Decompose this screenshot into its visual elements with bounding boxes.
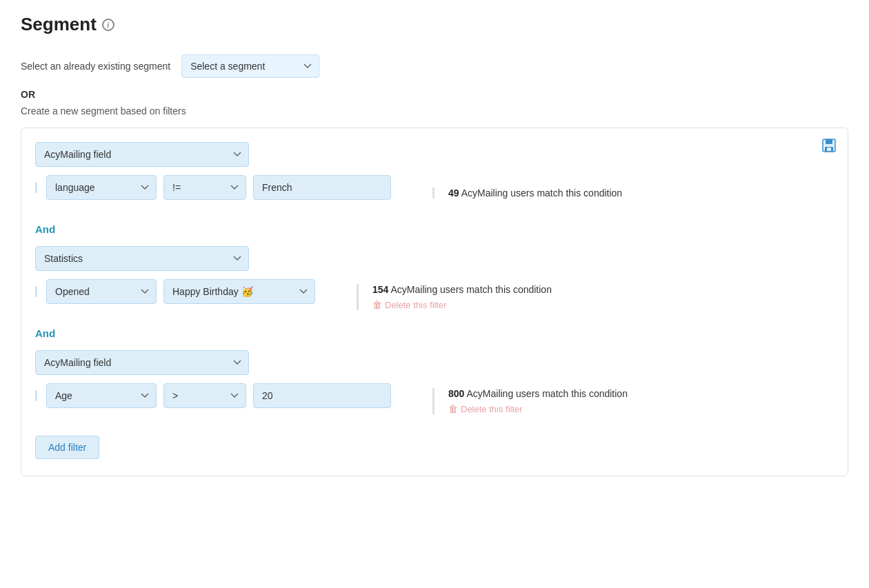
page-container: Segment i Select an already existing seg… (0, 0, 869, 588)
filter-block-3: AcyMailing field Age > (35, 350, 834, 419)
filter1-match-section: 49 AcyMailing users match this condition (432, 187, 834, 199)
page-title-row: Segment i (21, 14, 848, 35)
filter2-delete-button[interactable]: 🗑 Delete this filter (372, 299, 834, 310)
filter-block-2: Statistics Opened Happy Birthday 🥳 (35, 246, 834, 315)
trash-icon-2: 🗑 (372, 299, 382, 310)
filter3-value-input[interactable] (253, 383, 391, 408)
filter-type-wrap-2: Statistics (35, 246, 834, 271)
create-new-label: Create a new segment based on filters (21, 105, 848, 116)
and-divider-1[interactable]: And (35, 223, 834, 235)
filter-type-select-3[interactable]: AcyMailing field (35, 350, 249, 375)
or-label: OR (21, 89, 848, 100)
filter1-row: language != 49 AcyMailing users match th… (35, 175, 834, 211)
filter-block-1: AcyMailing field language != (35, 142, 834, 211)
filter3-match-section: 800 AcyMailing users match this conditio… (432, 388, 834, 414)
filter-type-select-1[interactable]: AcyMailing field (35, 142, 249, 167)
filter-type-select-2[interactable]: Statistics (35, 246, 249, 271)
filters-container: AcyMailing field language != (21, 128, 848, 476)
filter2-field-select[interactable]: Opened (46, 279, 157, 304)
svg-rect-1 (826, 139, 832, 144)
filter3-operator-select[interactable]: > (163, 383, 246, 408)
filter2-delete-label: Delete this filter (385, 300, 447, 310)
filter1-match-text: AcyMailing users match this condition (461, 187, 622, 199)
filter3-delete-button[interactable]: 🗑 Delete this filter (448, 403, 834, 414)
add-filter-button[interactable]: Add filter (35, 436, 99, 459)
filter2-row: Opened Happy Birthday 🥳 154 AcyMailing u… (35, 279, 834, 315)
filter2-match-section: 154 AcyMailing users match this conditio… (357, 284, 834, 310)
filter3-match-text: AcyMailing users match this condition (466, 388, 627, 399)
filter-type-wrap-1: AcyMailing field (35, 142, 834, 167)
filter2-match-count: 154 (372, 284, 388, 295)
filter1-conditions: language != (35, 175, 391, 200)
filter3-fields: Age > (46, 383, 391, 408)
filter3-field-select[interactable]: Age (46, 383, 157, 408)
page-title: Segment (21, 14, 97, 35)
filter3-match-count: 800 (448, 388, 464, 399)
svg-rect-3 (827, 148, 831, 151)
segment-select[interactable]: Select a segment (181, 54, 319, 78)
trash-icon-3: 🗑 (448, 403, 458, 414)
select-existing-label: Select an already existing segment (21, 61, 170, 72)
select-existing-row: Select an already existing segment Selec… (21, 54, 848, 78)
filter2-conditions: Opened Happy Birthday 🥳 (35, 279, 315, 304)
filter3-row: Age > 800 AcyMailing users match this co… (35, 383, 834, 419)
filter1-match-count: 49 (448, 187, 459, 199)
filter2-match-text: AcyMailing users match this condition (390, 284, 551, 295)
and-divider-2[interactable]: And (35, 327, 834, 339)
filter1-operator-select[interactable]: != (163, 175, 246, 200)
filter1-fields: language != (46, 175, 391, 200)
filter1-value-input[interactable] (253, 175, 391, 200)
filter-type-wrap-3: AcyMailing field (35, 350, 834, 375)
filter1-field-select[interactable]: language (46, 175, 157, 200)
filter3-conditions: Age > (35, 383, 391, 408)
filter2-campaign-select[interactable]: Happy Birthday 🥳 (163, 279, 315, 304)
filter3-delete-label: Delete this filter (461, 404, 523, 414)
info-icon[interactable]: i (102, 19, 114, 31)
save-button[interactable] (821, 138, 837, 155)
filter2-fields: Opened Happy Birthday 🥳 (46, 279, 315, 304)
